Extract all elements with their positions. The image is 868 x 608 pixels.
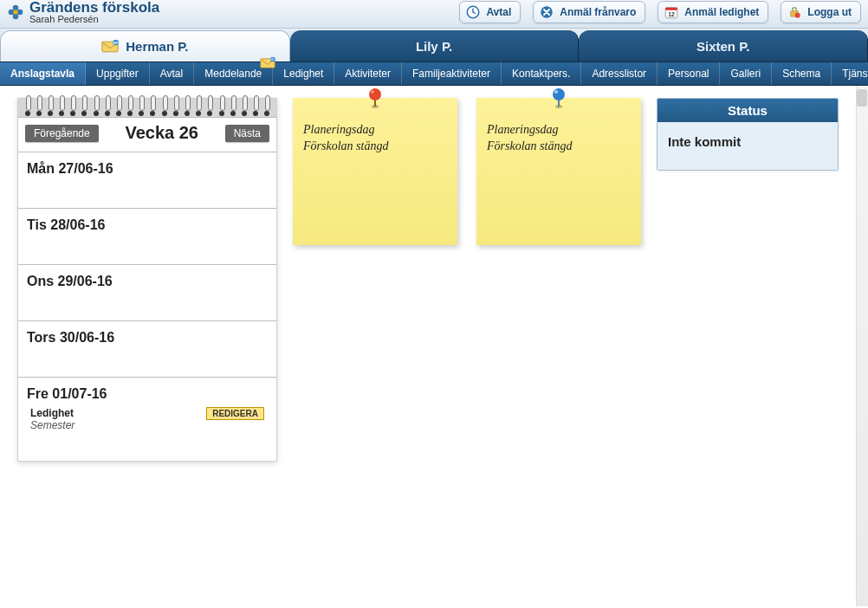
flower-logo-icon bbox=[7, 3, 24, 21]
header: Grändens förskola Sarah Pedersén Avtal A… bbox=[0, 0, 868, 29]
mail-new-icon: NY bbox=[101, 40, 119, 54]
tab-anslagstavla[interactable]: Anslagstavla bbox=[0, 62, 86, 85]
child-tab-label: Sixten P. bbox=[696, 39, 749, 54]
svg-point-11 bbox=[795, 13, 800, 18]
svg-point-2 bbox=[17, 10, 23, 16]
tab-uppgifter[interactable]: Uppgifter bbox=[86, 62, 150, 85]
status-value: Inte kommit bbox=[657, 122, 838, 170]
pin-icon bbox=[547, 86, 570, 112]
tab-personal[interactable]: Personal bbox=[657, 62, 720, 85]
week-title: Vecka 26 bbox=[125, 123, 198, 143]
anmal-ledighet-label: Anmäl ledighet bbox=[684, 6, 759, 18]
day-label: Tis 28/06-16 bbox=[27, 217, 268, 233]
user-name: Sarah Pedersén bbox=[29, 15, 159, 24]
school-title: Grändens förskola bbox=[29, 0, 159, 15]
tab-kontaktpers[interactable]: Kontaktpers. bbox=[502, 62, 581, 85]
day-wed: Ons 29/06-16 bbox=[18, 264, 276, 320]
svg-text:NY: NY bbox=[271, 58, 276, 61]
calendar-icon: 12 bbox=[664, 4, 679, 20]
scrollbar[interactable] bbox=[856, 86, 868, 606]
svg-point-4 bbox=[14, 10, 18, 15]
entry-text: Ledighet Semester bbox=[30, 407, 74, 431]
anmal-franvaro-label: Anmäl frånvaro bbox=[560, 6, 636, 18]
svg-point-1 bbox=[9, 10, 15, 16]
svg-point-25 bbox=[554, 90, 558, 94]
tab-label: Ledighet bbox=[283, 68, 323, 80]
tab-label: Kontaktpers. bbox=[512, 68, 570, 80]
day-label: Tors 30/06-16 bbox=[27, 330, 268, 346]
sticky-line: Planeringsdag bbox=[487, 122, 631, 139]
tab-ledighet[interactable]: Ledighet bbox=[273, 62, 334, 85]
tab-familjeaktiviteter[interactable]: Familjeaktiviteter bbox=[402, 62, 502, 85]
sticky-notes: Planeringsdag Förskolan stängd Planering… bbox=[293, 98, 641, 245]
sticky-note[interactable]: Planeringsdag Förskolan stängd bbox=[476, 98, 641, 245]
tab-tjanster[interactable]: Tjänster bbox=[832, 62, 868, 85]
child-tab-label: Herman P. bbox=[126, 39, 188, 54]
logout-button[interactable]: Logga ut bbox=[781, 1, 861, 23]
tab-label: Personal bbox=[668, 68, 709, 80]
clock-icon bbox=[465, 4, 481, 20]
svg-point-20 bbox=[369, 88, 381, 100]
anmal-franvaro-button[interactable]: Anmäl frånvaro bbox=[533, 1, 645, 23]
week-notepad: Föregående Vecka 26 Nästa Mån 27/06-16 T… bbox=[17, 98, 277, 462]
svg-point-24 bbox=[553, 88, 565, 100]
brand: Grändens förskola Sarah Pedersén bbox=[7, 0, 159, 24]
next-week-button[interactable]: Nästa bbox=[225, 125, 269, 142]
day-label: Ons 29/06-16 bbox=[27, 274, 268, 289]
child-tab-herman[interactable]: NY Herman P. bbox=[0, 30, 290, 61]
status-panel: Status Inte kommit bbox=[657, 98, 839, 171]
anmal-ledighet-button[interactable]: 12 Anmäl ledighet bbox=[657, 1, 768, 23]
lock-exit-icon bbox=[787, 4, 802, 20]
section-tabs: Anslagstavla Uppgifter Avtal Meddelande … bbox=[0, 62, 868, 86]
tab-meddelande[interactable]: Meddelande NY bbox=[194, 62, 273, 85]
entry-title: Ledighet bbox=[30, 407, 74, 419]
child-tab-sixten[interactable]: Sixten P. bbox=[579, 30, 868, 61]
tab-label: Aktiviteter bbox=[345, 68, 391, 80]
edit-entry-button[interactable]: REDIGERA bbox=[206, 407, 264, 420]
tab-aktiviteter[interactable]: Aktiviteter bbox=[334, 62, 402, 85]
prev-week-button[interactable]: Föregående bbox=[25, 125, 99, 142]
day-mon: Mån 27/06-16 bbox=[18, 152, 276, 208]
svg-point-3 bbox=[13, 14, 19, 20]
tab-label: Schema bbox=[782, 68, 820, 80]
status-heading: Status bbox=[657, 99, 838, 122]
scrollbar-thumb[interactable] bbox=[857, 89, 867, 107]
day-entry: Ledighet Semester REDIGERA bbox=[30, 407, 264, 431]
day-label: Fre 01/07-16 bbox=[27, 386, 268, 402]
child-tab-label: Lily P. bbox=[416, 39, 452, 54]
pin-icon bbox=[364, 86, 386, 112]
svg-rect-8 bbox=[666, 8, 678, 10]
sticky-line: Planeringsdag bbox=[303, 122, 447, 139]
sticky-line: Förskolan stängd bbox=[487, 139, 631, 155]
brand-text: Grändens förskola Sarah Pedersén bbox=[29, 0, 159, 24]
tab-label: Uppgifter bbox=[96, 68, 139, 80]
tab-label: Adresslistor bbox=[592, 68, 646, 80]
tab-label: Galleri bbox=[730, 68, 761, 80]
child-tabs: NY Herman P. Lily P. Sixten P. bbox=[0, 29, 868, 62]
main-area: Föregående Vecka 26 Nästa Mån 27/06-16 T… bbox=[0, 86, 868, 606]
tab-label: Familjeaktiviteter bbox=[412, 68, 490, 80]
child-tab-lily[interactable]: Lily P. bbox=[290, 30, 580, 61]
tab-label: Avtal bbox=[160, 68, 183, 80]
day-tue: Tis 28/06-16 bbox=[18, 208, 276, 264]
sticky-note[interactable]: Planeringsdag Förskolan stängd bbox=[293, 98, 457, 245]
day-thu: Tors 30/06-16 bbox=[18, 320, 276, 377]
sticky-line: Förskolan stängd bbox=[303, 139, 447, 155]
day-fri: Fre 01/07-16 Ledighet Semester REDIGERA bbox=[18, 377, 276, 452]
week-nav: Föregående Vecka 26 Nästa bbox=[18, 118, 276, 152]
svg-point-0 bbox=[13, 5, 19, 11]
avtal-button[interactable]: Avtal bbox=[459, 1, 521, 23]
svg-text:NY: NY bbox=[113, 40, 119, 44]
tab-label: Meddelande bbox=[204, 68, 262, 80]
tab-adresslistor[interactable]: Adresslistor bbox=[581, 62, 657, 85]
entry-subtitle: Semester bbox=[30, 419, 74, 431]
avtal-label: Avtal bbox=[486, 6, 511, 18]
svg-point-21 bbox=[371, 90, 374, 94]
logout-label: Logga ut bbox=[807, 6, 852, 18]
tab-schema[interactable]: Schema bbox=[772, 62, 832, 85]
tab-avtal[interactable]: Avtal bbox=[150, 62, 194, 85]
day-label: Mån 27/06-16 bbox=[27, 161, 268, 177]
tab-galleri[interactable]: Galleri bbox=[720, 62, 772, 85]
x-circle-icon bbox=[539, 4, 554, 20]
svg-text:12: 12 bbox=[669, 11, 676, 17]
